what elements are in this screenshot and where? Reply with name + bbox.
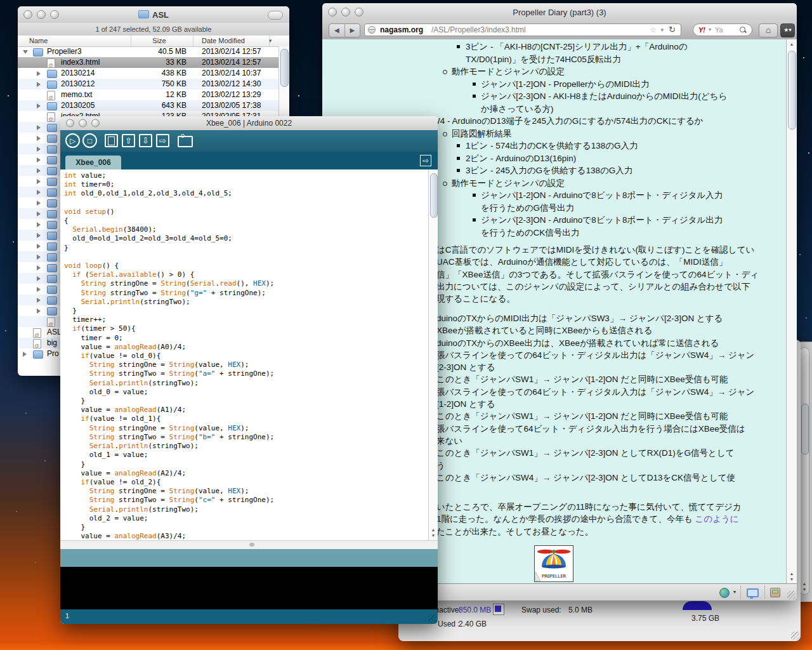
bookmark-star-icon[interactable]: ☆ xyxy=(650,24,657,36)
disclosure-closed-icon[interactable] xyxy=(37,201,41,206)
scroll-down-icon[interactable]: ▼ xyxy=(429,533,438,538)
url-field[interactable]: nagasm.org /ASL/Propeller3/index3.html ☆… xyxy=(364,23,681,36)
forward-button[interactable]: ▶ xyxy=(345,24,360,37)
folder-icon xyxy=(47,199,57,208)
scroll-up-icon[interactable]: ▲ xyxy=(800,581,809,587)
disclosure-closed-icon[interactable] xyxy=(37,125,41,130)
reload-icon[interactable]: ↻ xyxy=(669,24,676,36)
disclosure-open-icon[interactable] xyxy=(23,50,28,54)
column-header-name[interactable]: Name xyxy=(29,36,48,46)
disclosure-closed-icon[interactable] xyxy=(37,157,41,162)
disclosure-closed-icon[interactable] xyxy=(37,276,41,281)
column-header-size[interactable]: Size xyxy=(132,36,187,46)
scroll-down-icon[interactable]: ▼ xyxy=(800,587,809,592)
status-separator xyxy=(740,586,741,599)
table-row[interactable]: memo.txt12 KB2013/02/12 13:29 xyxy=(18,90,279,100)
disclosure-closed-icon[interactable] xyxy=(37,147,41,152)
status-globe-icon[interactable] xyxy=(719,588,730,598)
sliver-scrollbar-track[interactable]: ▲ ▼ xyxy=(799,347,809,595)
status-monitor-icon[interactable] xyxy=(747,588,759,597)
back-button[interactable]: ◀ xyxy=(329,24,345,37)
table-row[interactable]: 20130214438 KB2013/02/14 10:37 xyxy=(18,68,279,79)
engine-dropdown-icon[interactable]: ▾ xyxy=(709,24,711,36)
disclosure-closed-icon[interactable] xyxy=(37,287,41,292)
home-button[interactable]: ⌂ xyxy=(759,23,778,37)
browser-scrollbar-track[interactable]: ▲ ▲ ▼ xyxy=(786,39,797,584)
bullet-icon xyxy=(473,218,476,222)
tab-menu-button[interactable]: ⇨ xyxy=(420,155,431,166)
disclosure-closed-icon[interactable] xyxy=(37,168,41,173)
new-sketch-button[interactable] xyxy=(105,134,118,147)
list-item-text: 1ピン - 574出力のCKを供給する138のG入力 xyxy=(466,141,638,150)
status-separator xyxy=(764,586,765,599)
search-field[interactable]: Y! ▾ Ya xyxy=(693,23,752,36)
code-line: Serial.begin(38400); xyxy=(64,225,274,234)
paragraph-line: 張バスラインを使って64ビット・ディジタル入出力を行う場合にはXBee受信は xyxy=(436,423,754,435)
editor-scrollbar-track[interactable]: ▲ ▼ xyxy=(428,169,438,540)
search-icon[interactable] xyxy=(740,27,745,32)
table-row[interactable]: Propeller340.5 MB2013/02/14 12:57 xyxy=(18,46,279,57)
tab-xbee-006[interactable]: Xbee_006 xyxy=(65,156,121,169)
editor-horizontal-scrollbar[interactable] xyxy=(60,540,438,549)
status-globe-dropdown-icon[interactable]: ▾ xyxy=(733,589,736,595)
bookmarks-button[interactable]: ★▾ xyxy=(780,23,795,37)
column-header-date-modified[interactable]: Date Modified xyxy=(202,36,245,46)
column-divider[interactable] xyxy=(269,36,270,46)
disclosure-closed-icon[interactable] xyxy=(37,103,41,109)
finder-scrollbar-thumb[interactable] xyxy=(280,49,289,87)
splitter-handle[interactable] xyxy=(249,543,254,547)
code-line: String stringTwo = String("a=" + stringO… xyxy=(64,369,274,378)
resize-grip[interactable] xyxy=(791,632,799,640)
disclosure-closed-icon[interactable] xyxy=(37,82,41,87)
column-divider[interactable] xyxy=(193,36,193,46)
disclosure-closed-icon[interactable] xyxy=(37,222,41,227)
swap-value: 5.0 MB xyxy=(568,606,593,614)
table-row[interactable]: 20130212750 KB2013/02/12 14:30 xyxy=(18,79,279,90)
disclosure-closed-icon[interactable] xyxy=(37,211,41,216)
serial-monitor-button[interactable] xyxy=(178,136,193,147)
sliver-scrollbar-thumb[interactable] xyxy=(801,404,809,454)
browser-scrollbar-thumb[interactable] xyxy=(788,51,796,129)
disclosure-closed-icon[interactable] xyxy=(37,298,41,303)
url-dropdown-icon[interactable]: ▾ xyxy=(660,24,664,36)
disclosure-closed-icon[interactable] xyxy=(37,255,41,260)
paragraph: duinoのTXからのMIDI出力は「ジャンパSW3」→ ジャンパ[2-3]ON… xyxy=(436,312,754,484)
stop-button[interactable]: □ xyxy=(82,133,97,148)
toolbar-toggle-button[interactable] xyxy=(268,11,283,20)
editor-scrollbar-thumb[interactable] xyxy=(430,173,438,218)
disclosure-closed-icon[interactable] xyxy=(37,308,41,314)
code-line: old_2 = value; xyxy=(64,514,274,523)
disclosure-closed-icon[interactable] xyxy=(37,244,41,249)
folder-proxy-icon[interactable] xyxy=(138,10,149,18)
bullet-icon xyxy=(457,45,460,48)
disclosure-closed-icon[interactable] xyxy=(37,179,41,184)
status-disk-icon[interactable] xyxy=(770,588,780,597)
disclosure-closed-icon[interactable] xyxy=(23,352,27,357)
scroll-down-icon[interactable]: ▼ xyxy=(787,576,797,582)
disclosure-closed-icon[interactable] xyxy=(37,233,41,238)
page-icon xyxy=(47,317,55,327)
code-editor[interactable]: int value;int timer=0;int old_0,old_1,ol… xyxy=(60,169,428,540)
upload-button[interactable]: ⇨ xyxy=(156,134,169,147)
resize-grip[interactable] xyxy=(428,614,436,623)
table-row[interactable]: index3.html33 KB2013/02/14 12:57 xyxy=(18,57,279,68)
yahoo-engine-icon[interactable]: Y! xyxy=(698,24,705,36)
scroll-up-icon[interactable]: ▲ xyxy=(787,41,797,47)
column-divider[interactable] xyxy=(131,36,131,46)
propeller-logo[interactable]: PROPELLER xyxy=(534,545,573,582)
finder-titlebar[interactable]: ASL xyxy=(18,6,289,23)
scroll-up-icon[interactable]: ▲ xyxy=(787,571,797,576)
disclosure-closed-icon[interactable] xyxy=(37,265,41,270)
scroll-up-icon[interactable]: ▲ xyxy=(429,527,438,533)
open-button[interactable]: ⇧ xyxy=(122,134,135,147)
verify-button[interactable]: ▷ xyxy=(65,133,80,148)
arduino-titlebar[interactable]: Xbee_006 | Arduino 0022 xyxy=(60,116,438,131)
save-button[interactable]: ⇩ xyxy=(139,134,152,147)
resize-grip[interactable] xyxy=(787,591,796,599)
browser-titlebar[interactable]: Propeller Diary (part3) (3) xyxy=(322,3,797,21)
disclosure-closed-icon[interactable] xyxy=(37,136,41,141)
disclosure-closed-icon[interactable] xyxy=(37,71,41,76)
table-row[interactable]: 20130205643 KB2013/02/05 17:38 xyxy=(18,100,279,111)
disclosure-closed-icon[interactable] xyxy=(37,190,41,195)
inline-link[interactable]: このように xyxy=(695,514,739,524)
